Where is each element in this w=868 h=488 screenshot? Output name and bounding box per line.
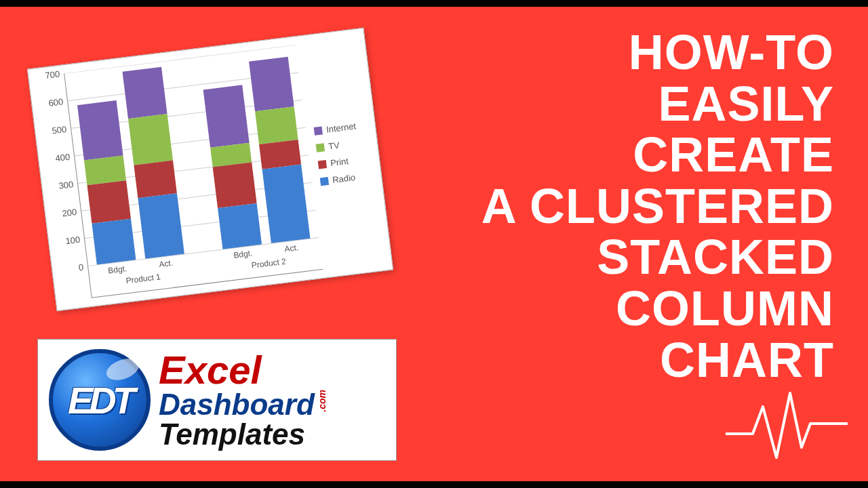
title-line: A CLUSTERED <box>454 181 834 232</box>
legend-swatch <box>314 126 323 135</box>
title-line: STACKED <box>454 232 834 283</box>
brand-word-templates: Templates <box>159 418 305 451</box>
cluster: Bdgt.Act.Product 1 <box>64 60 193 266</box>
bar-segment-internet <box>77 100 123 160</box>
legend-label: Internet <box>326 121 357 134</box>
legend-swatch <box>316 143 325 152</box>
letterbox-top <box>0 0 868 7</box>
bar-segment-print <box>87 180 132 224</box>
stacked-column-chart: 0100200300400500600700 Bdgt.Act.Product … <box>27 28 393 311</box>
bar-segment-tv <box>128 114 173 165</box>
brand-word-excel: Excel <box>159 348 262 392</box>
y-tick-label: 600 <box>48 96 64 108</box>
title-line: CHART <box>454 335 834 386</box>
y-tick-label: 300 <box>58 179 74 191</box>
legend-label: TV <box>328 140 340 152</box>
y-tick-label: 700 <box>45 69 60 81</box>
bar-category-label: Act. <box>159 258 174 269</box>
y-tick-label: 100 <box>65 235 81 247</box>
brand-word-dashboard: Dashboard <box>159 388 315 421</box>
legend-item: TV <box>315 136 369 152</box>
bar-segment-tv <box>255 106 298 144</box>
bar-segment-internet <box>123 67 167 119</box>
title-line: HOW-TO <box>454 27 834 79</box>
bar-segment-internet <box>203 85 249 147</box>
bar-segment-internet <box>249 57 294 111</box>
legend-item: Internet <box>313 119 367 136</box>
bar-segment-radio <box>138 194 185 259</box>
heartbeat-icon <box>726 386 848 468</box>
title-line: COLUMN <box>454 283 834 335</box>
y-tick-label: 500 <box>52 124 67 136</box>
bar-segment-radio <box>218 203 262 249</box>
y-tick-label: 0 <box>78 262 84 273</box>
legend-item: Print <box>317 153 371 169</box>
brand-logo-card: EDT Excel Dashboard.com Templates <box>37 339 397 461</box>
legend-swatch <box>320 176 329 185</box>
y-tick-label: 400 <box>55 152 71 164</box>
plot-area: Bdgt.Act.Product 1Bdgt.Act.Product 2 <box>64 45 323 298</box>
legend-label: Print <box>330 156 349 168</box>
legend-item: Radio <box>319 170 373 186</box>
bar-segment-radio <box>262 165 310 244</box>
bar-category-label: Act. <box>284 243 299 253</box>
letterbox-bottom <box>0 481 868 488</box>
y-tick-label: 200 <box>62 207 77 219</box>
brand-word-com: .com <box>317 390 327 412</box>
brand-wordmark: Excel Dashboard.com Templates <box>159 350 327 449</box>
title-line: EASILY CREATE <box>454 79 834 181</box>
legend-swatch <box>318 160 327 169</box>
bar-segment-print <box>212 162 256 208</box>
bar-segment-radio <box>92 219 136 265</box>
bars-container: Bdgt.Act.Product 1Bdgt.Act.Product 2 <box>64 45 319 266</box>
brand-monogram-circle: EDT <box>49 349 151 451</box>
legend-label: Radio <box>332 172 356 185</box>
slide-title: HOW-TO EASILY CREATE A CLUSTERED STACKED… <box>454 27 834 386</box>
brand-monogram: EDT <box>53 353 146 447</box>
bar-segment-print <box>134 161 178 199</box>
